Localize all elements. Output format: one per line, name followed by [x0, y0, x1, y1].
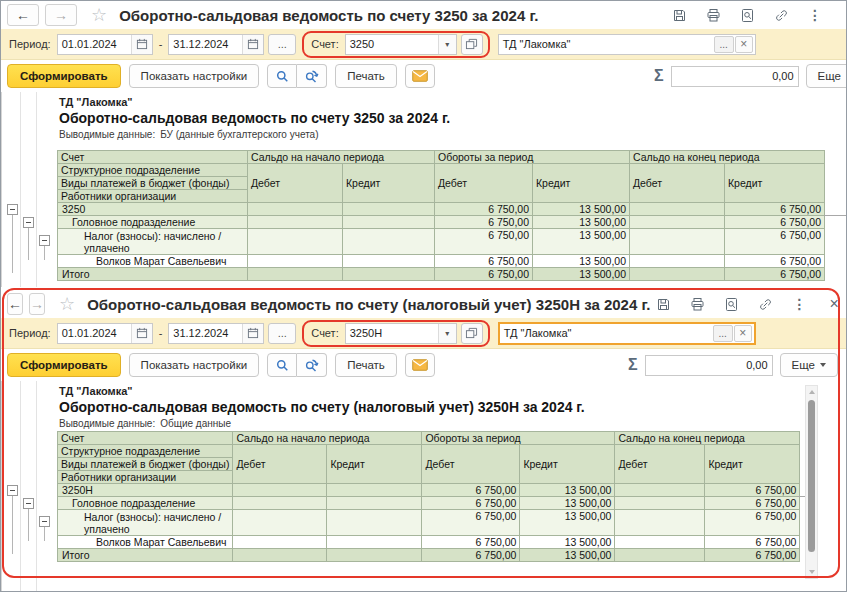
favorite-star-icon[interactable]: ☆	[91, 6, 107, 24]
more-menu-icon[interactable]: ⋮	[792, 296, 806, 312]
organization-input[interactable]: ТД "Лакомка" ... ×	[498, 322, 756, 345]
favorite-star-icon[interactable]: ☆	[59, 295, 75, 313]
cell-end-debit[interactable]	[615, 484, 705, 497]
organization-input[interactable]: ТД "Лакомка" ... ×	[498, 34, 756, 55]
cell-end-debit[interactable]	[630, 268, 725, 281]
cell-turnover-debit[interactable]: 6 750,00	[435, 255, 533, 268]
cell-begin-credit[interactable]	[327, 536, 422, 549]
autosum-sigma-icon[interactable]: Σ	[654, 67, 664, 85]
cell-turnover-credit[interactable]: 13 500,00	[533, 216, 630, 229]
cell-begin-debit[interactable]	[248, 229, 343, 255]
calendar-icon[interactable]	[131, 35, 152, 54]
cell-end-debit[interactable]	[630, 229, 725, 255]
cell-begin-debit[interactable]	[233, 497, 327, 510]
forward-button[interactable]: →	[45, 4, 77, 26]
period-from-input[interactable]: 01.01.2024	[57, 34, 153, 55]
show-settings-button[interactable]: Показать настройки	[129, 64, 260, 88]
cell-turnover-debit[interactable]: 6 750,00	[422, 510, 520, 536]
dropdown-caret-icon[interactable]: ▾	[438, 35, 456, 54]
cell-begin-credit[interactable]	[343, 216, 435, 229]
cell-begin-credit[interactable]	[343, 229, 435, 255]
cell-end-debit[interactable]	[630, 216, 725, 229]
close-icon[interactable]: ×	[829, 296, 838, 312]
cell-account[interactable]: Налог (взносы): начислено / уплачено	[58, 510, 233, 536]
save-icon[interactable]	[656, 297, 671, 312]
cell-account[interactable]: Волков Марат Савельевич	[58, 536, 233, 549]
cell-end-credit[interactable]: 6 750,00	[705, 510, 800, 536]
cancel-search-button[interactable]	[297, 353, 327, 377]
account-combobox[interactable]: 3250Н ▾	[345, 323, 457, 344]
cell-turnover-credit[interactable]: 13 500,00	[533, 255, 630, 268]
period-to-input[interactable]: 31.12.2024	[168, 323, 264, 344]
cell-turnover-debit[interactable]: 6 750,00	[422, 549, 520, 562]
collapse-group-icon[interactable]	[7, 485, 18, 496]
forward-button[interactable]: →	[29, 293, 45, 315]
collapse-group-icon[interactable]	[39, 516, 50, 527]
cell-begin-debit[interactable]	[248, 203, 343, 216]
cell-turnover-credit[interactable]: 13 500,00	[533, 203, 630, 216]
show-settings-button[interactable]: Показать настройки	[129, 353, 260, 377]
search-button[interactable]	[267, 64, 297, 88]
calendar-icon[interactable]	[242, 324, 263, 343]
generate-button[interactable]: Сформировать	[7, 353, 121, 377]
cell-end-credit[interactable]: 6 750,00	[725, 216, 825, 229]
cell-begin-debit[interactable]	[248, 216, 343, 229]
calendar-icon[interactable]	[131, 324, 152, 343]
cell-account[interactable]: 3250	[58, 203, 248, 216]
cell-account[interactable]: Волков Марат Савельевич	[58, 255, 248, 268]
cell-turnover-credit[interactable]: 13 500,00	[533, 268, 630, 281]
period-variants-button[interactable]: ...	[268, 34, 296, 55]
send-email-button[interactable]	[405, 353, 435, 377]
link-icon[interactable]	[774, 8, 789, 23]
cell-begin-debit[interactable]	[248, 255, 343, 268]
back-button[interactable]: ←	[7, 4, 39, 26]
vertical-scrollbar[interactable]	[805, 385, 818, 579]
cell-end-debit[interactable]	[615, 510, 705, 536]
cell-end-credit[interactable]: 6 750,00	[705, 549, 800, 562]
account-combobox[interactable]: 3250 ▾	[345, 34, 457, 55]
scroll-up-icon[interactable]	[809, 390, 815, 394]
cancel-search-button[interactable]	[297, 64, 327, 88]
print-button[interactable]: Печать	[335, 64, 397, 88]
print-icon[interactable]	[690, 297, 705, 312]
cell-end-credit[interactable]: 6 750,00	[725, 203, 825, 216]
cell-begin-credit[interactable]	[343, 255, 435, 268]
cell-turnover-debit[interactable]: 6 750,00	[422, 536, 520, 549]
organization-clear-icon[interactable]: ×	[734, 325, 752, 342]
organization-select-button[interactable]: ...	[713, 325, 733, 342]
send-email-button[interactable]	[405, 64, 435, 88]
cell-begin-debit[interactable]	[233, 536, 327, 549]
cell-turnover-debit[interactable]: 6 750,00	[435, 229, 533, 255]
cell-begin-debit[interactable]	[233, 510, 327, 536]
cell-begin-credit[interactable]	[327, 510, 422, 536]
cell-turnover-credit[interactable]: 13 500,00	[520, 510, 615, 536]
collapse-group-icon[interactable]	[23, 498, 34, 509]
cell-account[interactable]: Головное подразделение	[58, 216, 248, 229]
cell-begin-credit[interactable]	[327, 484, 422, 497]
save-icon[interactable]	[672, 8, 687, 23]
print-preview-icon[interactable]	[724, 297, 739, 312]
cell-end-debit[interactable]	[615, 549, 705, 562]
cell-begin-debit[interactable]	[233, 484, 327, 497]
cell-turnover-credit[interactable]: 13 500,00	[520, 497, 615, 510]
autosum-field[interactable]: 0,00	[671, 66, 799, 87]
cell-account[interactable]: Головное подразделение	[58, 497, 233, 510]
cell-end-debit[interactable]	[630, 203, 725, 216]
back-button[interactable]: ←	[7, 293, 23, 315]
cell-turnover-credit[interactable]: 13 500,00	[520, 536, 615, 549]
cell-turnover-debit[interactable]: 6 750,00	[422, 484, 520, 497]
organization-select-button[interactable]: ...	[714, 36, 734, 53]
cell-begin-debit[interactable]	[248, 268, 343, 281]
cell-account[interactable]: 3250Н	[58, 484, 233, 497]
cell-end-credit[interactable]: 6 750,00	[725, 268, 825, 281]
cell-end-debit[interactable]	[615, 497, 705, 510]
cell-account[interactable]: Итого	[58, 549, 233, 562]
print-icon[interactable]	[706, 8, 721, 23]
cell-account[interactable]: Налог (взносы): начислено / уплачено	[58, 229, 248, 255]
collapse-group-icon[interactable]	[39, 235, 50, 246]
period-variants-button[interactable]: ...	[268, 323, 296, 344]
cell-turnover-credit[interactable]: 13 500,00	[533, 229, 630, 255]
period-to-input[interactable]: 31.12.2024	[168, 34, 264, 55]
cell-begin-credit[interactable]	[343, 203, 435, 216]
cell-turnover-credit[interactable]: 13 500,00	[520, 549, 615, 562]
